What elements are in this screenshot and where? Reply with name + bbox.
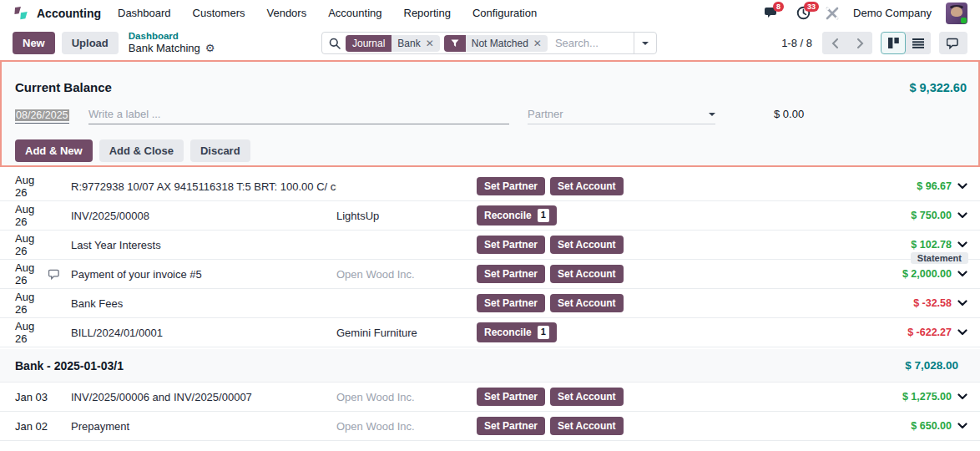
section-title: Bank - 2025-01-03/1 (15, 359, 124, 372)
menu-item-configuration[interactable]: Configuration (472, 7, 537, 19)
set-account-button[interactable]: Set Account (550, 177, 624, 195)
set-partner-button[interactable]: Set Partner (477, 236, 545, 254)
add-new-button[interactable]: Add & New (15, 139, 93, 162)
reconcile-button[interactable]: Reconcile1 (477, 322, 557, 342)
chat-bubble-icon (947, 38, 960, 49)
facet-remove-icon[interactable]: ✕ (533, 38, 542, 49)
row-expand-button[interactable] (952, 329, 973, 336)
facet-category: Journal (346, 35, 391, 52)
transaction-row[interactable]: Jan 02 Prepayment Open Wood Inc. Set Par… (0, 412, 980, 441)
breadcrumb: Dashboard Bank Matching ⚙ (129, 31, 215, 54)
transaction-row[interactable]: Aug 26 Payment of your invoice #5 Open W… (0, 260, 980, 289)
row-amount: $ -622.27 (860, 327, 952, 338)
activities-badge: 33 (804, 2, 819, 13)
row-date: Aug 26 (15, 320, 48, 345)
odoo-accounting-logo-icon[interactable] (13, 4, 30, 22)
main-menu: DashboardCustomersVendorsAccountingRepor… (118, 7, 537, 19)
row-label: R:9772938 10/07 AX 9415116318 T:5 BRT: 1… (71, 180, 336, 193)
set-account-button[interactable]: Set Account (550, 417, 624, 435)
kanban-view-button[interactable] (881, 32, 906, 54)
search-bar[interactable]: Journal Bank ✕ Not Matched ✕ Search... (321, 32, 657, 54)
upload-button[interactable]: Upload (62, 32, 119, 54)
label-field[interactable]: Write a label ... (88, 108, 509, 124)
set-account-button[interactable]: Set Account (550, 265, 624, 283)
set-account-button[interactable]: Set Account (550, 388, 624, 406)
set-partner-button[interactable]: Set Partner (477, 265, 545, 283)
row-expand-button[interactable] (952, 393, 973, 400)
menu-item-vendors[interactable]: Vendors (266, 7, 306, 19)
discard-button[interactable]: Discard (190, 139, 250, 162)
amount-field[interactable]: $ 0.00 (774, 108, 804, 120)
transaction-list: Aug 26 R:9772938 10/07 AX 9415116318 T:5… (0, 172, 980, 441)
list-view-button[interactable] (906, 32, 931, 54)
row-expand-button[interactable] (952, 300, 973, 307)
top-nav: Accounting DashboardCustomersVendorsAcco… (0, 0, 980, 26)
company-name[interactable]: Demo Company (853, 7, 932, 19)
facet-remove-icon[interactable]: ✕ (426, 38, 434, 49)
search-options-toggle[interactable] (634, 33, 656, 53)
menu-item-customers[interactable]: Customers (193, 7, 245, 19)
row-amount: $ 96.67 (860, 180, 952, 192)
partner-field[interactable]: Partner (528, 108, 715, 124)
pager-previous-button[interactable] (822, 32, 847, 54)
chevron-right-icon (856, 38, 864, 48)
set-partner-button[interactable]: Set Partner (477, 417, 545, 435)
control-panel: New Upload Dashboard Bank Matching ⚙ Jou… (0, 26, 980, 60)
bank-matching-screen: Accounting DashboardCustomersVendorsAcco… (0, 0, 980, 451)
developer-tools-icon[interactable] (826, 7, 839, 20)
transaction-row[interactable]: Jan 03 INV/2025/00006 and INV/2025/00007… (0, 383, 980, 412)
transaction-row[interactable]: Aug 26 Bank Fees Set PartnerSet Account … (0, 289, 980, 318)
menu-item-accounting[interactable]: Accounting (328, 7, 381, 19)
set-partner-button[interactable]: Set Partner (477, 388, 545, 406)
menu-item-dashboard[interactable]: Dashboard (118, 7, 171, 19)
set-account-button[interactable]: Set Account (550, 294, 624, 312)
transaction-row[interactable]: Aug 26 R:9772938 10/07 AX 9415116318 T:5… (0, 172, 980, 201)
row-label: Prepayment (71, 420, 336, 433)
row-partner: Gemini Furniture (336, 327, 477, 339)
gear-icon[interactable]: ⚙ (205, 43, 215, 55)
statement-section-header[interactable]: Bank - 2025-01-03/1 $ 7,028.00 (0, 349, 980, 383)
messages-button[interactable]: 8 (764, 5, 780, 22)
pager-counter: 1-8 / 8 (781, 37, 812, 49)
pager-buttons (822, 32, 872, 54)
pager-next-button[interactable] (847, 32, 872, 54)
row-label: BILL/2024/01/0001 (71, 327, 336, 339)
row-expand-button[interactable] (952, 241, 973, 248)
row-amount: $ -32.58 (860, 297, 952, 309)
row-partner: Open Wood Inc. (336, 268, 477, 281)
new-transaction-form: 08/26/2025 Write a label ... Partner $ 0… (2, 108, 978, 129)
set-partner-button[interactable]: Set Partner (477, 177, 545, 195)
chevron-down-icon (957, 241, 967, 248)
row-expand-button[interactable] (952, 212, 973, 219)
transaction-row[interactable]: Aug 26 INV/2025/00008 LightsUp Reconcile… (0, 201, 980, 231)
journal-facet: Journal Bank ✕ (346, 35, 440, 52)
message-indicator-icon (48, 269, 61, 280)
search-input[interactable]: Search... (555, 37, 634, 49)
filter-funnel-icon (451, 39, 459, 48)
activities-button[interactable]: 33 (795, 5, 811, 22)
chevron-down-icon (642, 42, 649, 45)
transaction-row[interactable]: Aug 26 Last Year Interests Set PartnerSe… (0, 231, 980, 260)
add-close-button[interactable]: Add & Close (99, 139, 184, 162)
reconcile-button[interactable]: Reconcile1 (477, 205, 557, 225)
set-account-button[interactable]: Set Account (550, 236, 624, 254)
row-actions: Set PartnerSet Account (477, 265, 860, 283)
search-icon (329, 38, 341, 49)
set-partner-button[interactable]: Set Partner (477, 294, 545, 312)
reconcile-count-badge: 1 (538, 326, 549, 338)
row-expand-button[interactable] (952, 271, 973, 277)
row-label: Bank Fees (71, 297, 336, 310)
row-amount: $ 2,000.00 (860, 268, 952, 280)
new-button[interactable]: New (13, 32, 55, 54)
user-avatar[interactable] (946, 3, 967, 24)
row-expand-button[interactable] (952, 423, 973, 429)
row-expand-button[interactable] (952, 183, 973, 190)
breadcrumb-dashboard-link[interactable]: Dashboard (129, 31, 215, 42)
app-name[interactable]: Accounting (37, 7, 101, 20)
chatter-toggle-button[interactable] (939, 32, 967, 54)
row-amount: $ 1,275.00 (860, 391, 952, 403)
date-field[interactable]: 08/26/2025 (15, 109, 69, 124)
messages-badge: 8 (773, 2, 784, 13)
menu-item-reporting[interactable]: Reporting (404, 7, 451, 19)
transaction-row[interactable]: Aug 26 BILL/2024/01/0001 Gemini Furnitur… (0, 318, 980, 347)
